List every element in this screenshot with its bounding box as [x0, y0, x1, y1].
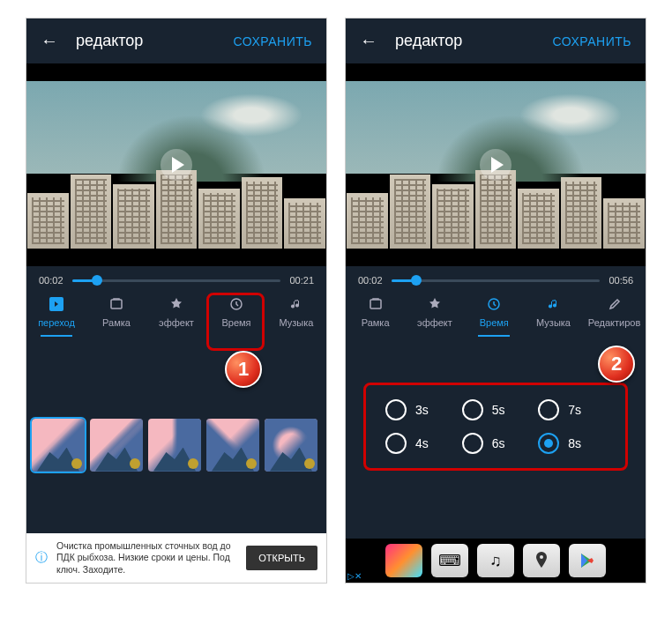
video-preview[interactable]: [346, 63, 646, 266]
seek-track[interactable]: [392, 279, 601, 282]
tab-label: Музыка: [536, 317, 571, 328]
tab-music[interactable]: Музыка: [529, 296, 579, 337]
step-badge-1: 1: [225, 351, 262, 388]
app-header: ← редактор СОХРАНИТЬ: [26, 19, 326, 63]
dock-app-likee[interactable]: [385, 544, 422, 577]
timeline[interactable]: 00:02 00:56: [346, 266, 646, 291]
time-option-6s[interactable]: 6s: [462, 433, 530, 454]
page-title: редактор: [76, 32, 215, 50]
time-current: 00:02: [358, 275, 383, 286]
time-options-grid: 3s 5s 7s 4s 6s 8s: [363, 383, 628, 471]
ad-banner[interactable]: ⓘ Очистка промышленных сточных вод до ПД…: [26, 533, 326, 583]
ad-text: Очистка промышленных сточных вод до ПДК …: [56, 540, 237, 576]
back-icon[interactable]: ←: [360, 31, 377, 51]
thumb-3[interactable]: [148, 419, 201, 472]
ad-open-button[interactable]: ОТКРЫТЬ: [246, 546, 317, 570]
tab-time[interactable]: Время: [469, 296, 519, 337]
tab-frame[interactable]: Рамка: [351, 296, 400, 337]
dock-app-keyboard[interactable]: ⌨: [431, 544, 468, 577]
seek-track[interactable]: [72, 279, 281, 282]
play-icon[interactable]: [480, 149, 511, 181]
tab-label: Редактиров: [588, 317, 640, 328]
time-current: 00:02: [39, 275, 63, 286]
tab-label: эффект: [417, 317, 452, 328]
thumb-2[interactable]: [90, 419, 143, 472]
radio-icon: [462, 433, 483, 454]
music-icon: [288, 296, 304, 312]
music-icon: [546, 296, 562, 312]
tab-label: переход: [38, 317, 75, 328]
thumb-1[interactable]: [32, 419, 85, 472]
save-button[interactable]: СОХРАНИТЬ: [552, 34, 631, 48]
tab-edit[interactable]: Редактиров: [588, 296, 640, 337]
ad-marker-icon[interactable]: ▷✕: [347, 571, 362, 581]
tab-label: Рамка: [362, 317, 390, 328]
clock-icon: [486, 296, 502, 312]
tab-transition[interactable]: переход: [32, 296, 81, 337]
tab-music[interactable]: Музыка: [272, 296, 321, 337]
time-total: 00:21: [289, 275, 314, 286]
transition-icon: [49, 296, 64, 312]
edit-icon: [607, 296, 623, 312]
save-button[interactable]: СОХРАНИТЬ: [233, 34, 312, 48]
tab-effect[interactable]: эффект: [410, 296, 459, 337]
page-title: редактор: [395, 32, 534, 50]
time-options-panel: 3s 5s 7s 4s 6s 8s: [346, 347, 646, 539]
radio-icon-checked: [538, 433, 559, 454]
tool-tabs: переход Рамка эффект Время Музыка 1: [26, 291, 326, 347]
dock-app-music[interactable]: ♫: [477, 544, 514, 577]
screenshot-right: ← редактор СОХРАНИТЬ 00:02 00:56 Рамка э…: [345, 18, 646, 584]
step-badge-2: 2: [598, 346, 635, 383]
tab-label: Рамка: [102, 317, 131, 328]
radio-icon: [538, 399, 559, 420]
radio-icon: [385, 433, 407, 454]
svg-rect-1: [111, 300, 122, 308]
thumb-5[interactable]: [265, 419, 317, 472]
dock-app-location[interactable]: [523, 544, 560, 577]
back-icon[interactable]: ←: [41, 31, 58, 51]
star-icon: [427, 296, 443, 312]
frame-icon: [368, 296, 384, 312]
star-icon: [168, 296, 184, 312]
transition-thumbnails: [26, 347, 326, 533]
app-header: ← редактор СОХРАНИТЬ: [346, 19, 646, 63]
timeline[interactable]: 00:02 00:21: [26, 266, 326, 291]
clock-icon: [228, 296, 244, 312]
suggested-apps-dock: ⌨ ♫ ▷✕: [346, 539, 646, 583]
tab-frame[interactable]: Рамка: [92, 296, 141, 337]
tab-label: Время: [221, 317, 250, 328]
video-preview[interactable]: [26, 63, 326, 266]
time-option-3s[interactable]: 3s: [385, 399, 453, 420]
svg-rect-3: [370, 300, 381, 308]
radio-icon: [385, 399, 407, 420]
radio-icon: [462, 399, 483, 420]
time-option-8s[interactable]: 8s: [538, 433, 606, 454]
frame-icon: [108, 296, 124, 312]
play-icon[interactable]: [161, 149, 192, 181]
thumb-4[interactable]: [206, 419, 259, 472]
tab-label: Время: [480, 317, 509, 328]
tab-label: эффект: [159, 317, 194, 328]
tab-time[interactable]: Время: [212, 296, 261, 337]
time-total: 00:56: [609, 275, 633, 286]
tool-tabs: Рамка эффект Время Музыка Редактиров 2: [346, 291, 646, 347]
dock-app-play[interactable]: [569, 544, 606, 577]
time-option-7s[interactable]: 7s: [538, 399, 606, 420]
time-option-4s[interactable]: 4s: [385, 433, 453, 454]
tab-effect[interactable]: эффект: [152, 296, 201, 337]
tab-label: Музыка: [280, 317, 314, 328]
ad-info-icon[interactable]: ⓘ: [35, 550, 48, 566]
time-option-5s[interactable]: 5s: [462, 399, 530, 420]
screenshot-left: ← редактор СОХРАНИТЬ 00:02 00:21 переход…: [26, 18, 327, 584]
